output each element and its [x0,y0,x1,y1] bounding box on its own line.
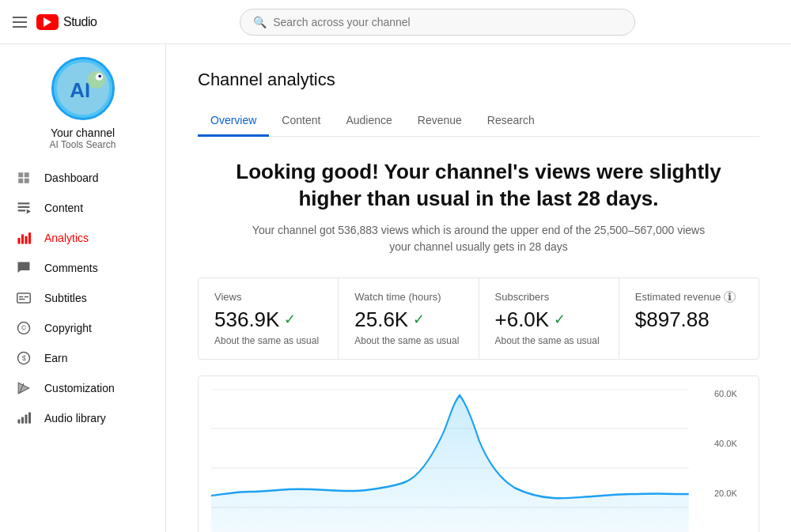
svg-rect-11 [21,235,24,244]
copyright-icon: © [16,321,32,335]
y-label-1: 40.0K [714,439,746,448]
svg-point-3 [87,71,104,89]
sidebar: AI Your channel AI Tools Search Dashboar… [0,44,166,532]
tabs-bar: Overview Content Audience Revenue Resear… [198,106,759,137]
stat-card-views: Views 536.9K ✓ About the same as usual [199,278,339,359]
channel-name: Your channel [51,126,115,139]
customization-icon [16,381,32,395]
overview-headline: Looking good! Your channel's views were … [210,159,747,213]
sidebar-item-comments[interactable]: Comments [0,253,165,283]
stats-row: Views 536.9K ✓ About the same as usual W… [198,277,759,360]
subtitles-icon [16,291,32,305]
comments-label: Comments [44,262,98,274]
copyright-label: Copyright [44,322,92,334]
svg-rect-23 [18,420,21,424]
y-label-2: 20.0K [714,489,746,498]
stat-card-watch-time: Watch time (hours) 25.6K ✓ About the sam… [339,278,479,359]
comments-icon [16,261,32,275]
channel-avatar: AI [51,57,115,120]
stat-card-subscribers: Subscribers +6.0K ✓ About the same as us… [479,278,619,359]
earn-label: Earn [44,352,68,364]
stat-value-revenue: $897.88 [635,308,743,332]
subscribers-check-icon: ✓ [554,311,566,328]
layout: AI Your channel AI Tools Search Dashboar… [0,44,791,532]
overview-message: Looking good! Your channel's views were … [198,159,759,255]
chart-area [211,389,702,532]
chart-container: 2 ▶ 2 2 2 2 2 2 2 Dec 29, 2... Jan 3, 20… [198,375,759,532]
svg-rect-12 [25,236,28,244]
content-label: Content [44,202,83,214]
stat-card-revenue: Estimated revenue ℹ $897.88 [619,278,759,359]
svg-rect-17 [25,296,28,298]
svg-text:©: © [21,325,26,332]
svg-rect-10 [18,238,21,244]
svg-rect-15 [19,296,23,298]
svg-rect-14 [17,293,31,303]
sidebar-item-earn[interactable]: $ Earn [0,343,165,373]
svg-rect-6 [18,202,30,204]
dashboard-icon [16,171,32,185]
y-axis: 60.0K 40.0K 20.0K 0 [714,389,746,532]
tab-audience[interactable]: Audience [333,106,404,137]
earn-icon: $ [16,351,32,365]
stat-note-watch-time: About the same as usual [354,335,462,346]
customization-label: Customization [44,382,115,394]
sidebar-item-customization[interactable]: Customization [0,373,165,403]
stat-note-views: About the same as usual [214,335,322,346]
studio-logo-text: Studio [63,15,97,29]
y-label-0: 60.0K [714,389,746,398]
sidebar-item-dashboard[interactable]: Dashboard [0,163,165,193]
svg-rect-24 [21,417,24,424]
audio-library-label: Audio library [44,412,106,424]
svg-marker-9 [27,209,31,214]
page-title: Channel analytics [198,70,759,90]
svg-rect-8 [18,209,26,211]
stat-label-watch-time: Watch time (hours) [354,291,462,303]
overview-subtext: Your channel got 536,883 views which is … [241,222,716,255]
channel-handle: AI Tools Search [50,139,116,150]
svg-rect-25 [25,415,28,424]
stat-value-subscribers: +6.0K ✓ [495,308,603,332]
svg-rect-26 [28,413,31,424]
top-nav: Studio 🔍 [0,0,791,44]
studio-logo[interactable]: Studio [36,14,97,30]
svg-rect-16 [19,299,25,300]
stat-label-revenue: Estimated revenue ℹ [635,291,743,303]
tab-content[interactable]: Content [269,106,333,137]
watch-time-check-icon: ✓ [413,311,425,328]
dashboard-label: Dashboard [44,172,99,184]
sidebar-nav: Dashboard Content Analytics Comments [0,163,165,433]
search-icon: 🔍 [253,16,267,28]
sidebar-item-content[interactable]: Content [0,193,165,223]
revenue-info-icon[interactable]: ℹ [724,291,736,303]
sidebar-item-copyright[interactable]: © Copyright [0,313,165,343]
svg-rect-7 [18,206,30,208]
stat-value-watch-time: 25.6K ✓ [354,308,462,332]
tab-overview[interactable]: Overview [198,106,269,137]
svg-text:$: $ [22,354,26,362]
sidebar-item-analytics[interactable]: Analytics [0,223,165,253]
content-icon [16,201,32,215]
analytics-icon [16,231,32,245]
stat-value-views: 536.9K ✓ [214,308,322,332]
stat-label-views: Views [214,291,322,303]
main-content: Channel analytics Overview Content Audie… [166,44,791,532]
youtube-logo-icon [36,14,59,30]
search-input[interactable] [273,16,622,28]
hamburger-menu[interactable] [13,17,27,28]
tab-research[interactable]: Research [475,106,547,137]
audio-library-icon [16,411,32,425]
sidebar-item-subtitles[interactable]: Subtitles [0,283,165,313]
svg-rect-13 [28,232,31,243]
stat-label-subscribers: Subscribers [495,291,603,303]
views-check-icon: ✓ [284,311,296,328]
sidebar-item-audio-library[interactable]: Audio library [0,403,165,433]
stat-note-subscribers: About the same as usual [495,335,603,346]
tab-revenue[interactable]: Revenue [405,106,475,137]
search-bar[interactable]: 🔍 [240,9,635,36]
subtitles-label: Subtitles [44,292,87,304]
analytics-label: Analytics [44,232,89,244]
svg-point-5 [98,74,101,77]
svg-text:AI: AI [70,79,90,101]
